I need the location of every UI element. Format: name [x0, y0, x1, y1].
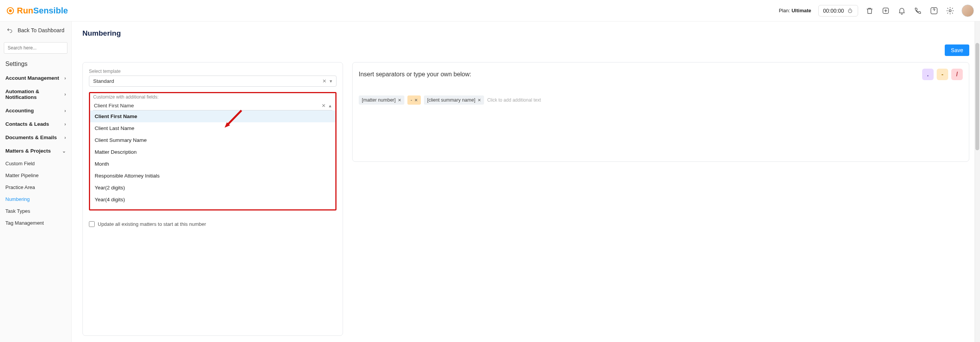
chevron-right-icon: ›: [64, 76, 66, 81]
avatar[interactable]: [962, 5, 974, 17]
dropdown-item[interactable]: Client Last Name: [90, 122, 335, 134]
separator-slash-button[interactable]: /: [951, 69, 963, 80]
svg-point-1: [9, 9, 11, 12]
customize-dropdown: Client First Name Client Last Name Clien…: [90, 110, 335, 206]
chevron-right-icon: ›: [64, 122, 66, 127]
chevron-right-icon: ›: [64, 92, 66, 97]
dropdown-item[interactable]: Client First Name: [90, 110, 335, 122]
tag-dash[interactable]: - ✕: [407, 95, 421, 105]
nav-sub-practice-area[interactable]: Practice Area: [0, 181, 71, 193]
nav-documents-emails[interactable]: Documents & Emails›: [0, 131, 71, 144]
dropdown-item[interactable]: Year(4 digits): [90, 194, 335, 206]
timer-value: 00:00:00: [823, 8, 844, 14]
select-template[interactable]: Standard ✕ ▾: [89, 76, 337, 87]
sidebar: Back To Dashboard Settings Account Manag…: [0, 21, 72, 342]
scrollbar-thumb[interactable]: [975, 43, 979, 150]
add-additional-text[interactable]: Click to add additional text: [487, 97, 541, 103]
remove-tag-icon[interactable]: ✕: [478, 98, 481, 103]
chevron-down-icon[interactable]: ▾: [330, 78, 332, 84]
settings-heading: Settings: [0, 57, 71, 71]
dropdown-item[interactable]: Matter Description: [90, 146, 335, 158]
timer[interactable]: 00:00:00: [818, 5, 859, 16]
nav-sub-custom-field[interactable]: Custom Field: [0, 158, 71, 169]
search-input[interactable]: [4, 42, 67, 54]
template-panel: Select template Standard ✕ ▾ Customize w…: [82, 62, 343, 336]
phone-icon[interactable]: [913, 6, 923, 15]
dropdown-item[interactable]: Year(2 digits): [90, 182, 335, 194]
back-to-dashboard[interactable]: Back To Dashboard: [0, 21, 71, 39]
remove-tag-icon[interactable]: ✕: [398, 98, 401, 103]
update-existing-checkbox[interactable]: [89, 221, 95, 227]
update-existing-label: Update all existing matters to start at …: [98, 221, 206, 227]
add-icon[interactable]: [881, 6, 890, 15]
plan-label: Plan: Ultimate: [779, 8, 811, 13]
nav-automation-notifications[interactable]: Automation & Notifications›: [0, 85, 71, 104]
nav-sub-tag-management[interactable]: Tag Management: [0, 217, 71, 229]
gear-icon[interactable]: [946, 6, 955, 15]
tag-client-summary-name[interactable]: [client summary name] ✕: [424, 95, 484, 105]
logo-sensible: Sensible: [33, 6, 68, 15]
customize-label: Customize with additional fields:: [93, 94, 332, 100]
nav-sub-matter-pipeline[interactable]: Matter Pipeline: [0, 169, 71, 181]
nav-account-management[interactable]: Account Management›: [0, 71, 71, 85]
page-title: Numbering: [82, 29, 121, 38]
nav-contacts-leads[interactable]: Contacts & Leads›: [0, 117, 71, 131]
nav-sub-task-types[interactable]: Task Types: [0, 205, 71, 217]
clear-icon[interactable]: ✕: [322, 78, 327, 84]
bell-icon[interactable]: [897, 6, 906, 15]
nav-accounting[interactable]: Accounting›: [0, 104, 71, 117]
dropdown-item[interactable]: Client Summary Name: [90, 134, 335, 146]
nav-sub-numbering[interactable]: Numbering: [0, 193, 71, 205]
separators-panel: Insert separators or type your own below…: [352, 62, 969, 162]
svg-point-5: [949, 10, 951, 12]
remove-tag-icon[interactable]: ✕: [414, 98, 418, 103]
clear-icon[interactable]: ✕: [322, 103, 326, 109]
scrollbar[interactable]: [975, 21, 980, 342]
dropdown-item[interactable]: Responsible Attorney Initials: [90, 170, 335, 182]
help-icon[interactable]: [929, 6, 939, 15]
logo[interactable]: RunSensible: [6, 6, 68, 16]
chevron-up-icon[interactable]: ▴: [329, 103, 332, 109]
trash-icon[interactable]: [865, 6, 874, 15]
highlight-annotation: Customize with additional fields: Client…: [89, 92, 337, 210]
separators-title: Insert separators or type your own below…: [359, 71, 471, 78]
nav-matters-projects[interactable]: Matters & Projects⌄: [0, 144, 71, 158]
dropdown-item[interactable]: Month: [90, 158, 335, 170]
tag-matter-number[interactable]: [matter number] ✕: [359, 95, 404, 105]
separator-dash-button[interactable]: -: [937, 69, 948, 80]
customize-field-select[interactable]: Client First Name ✕ ▴: [93, 101, 332, 110]
separator-dot-button[interactable]: .: [922, 69, 934, 80]
save-button[interactable]: Save: [945, 44, 969, 56]
select-template-label: Select template: [89, 69, 337, 74]
chevron-right-icon: ›: [64, 108, 66, 113]
chevron-down-icon: ⌄: [62, 148, 66, 154]
chevron-right-icon: ›: [64, 135, 66, 140]
logo-run: Run: [17, 6, 33, 15]
